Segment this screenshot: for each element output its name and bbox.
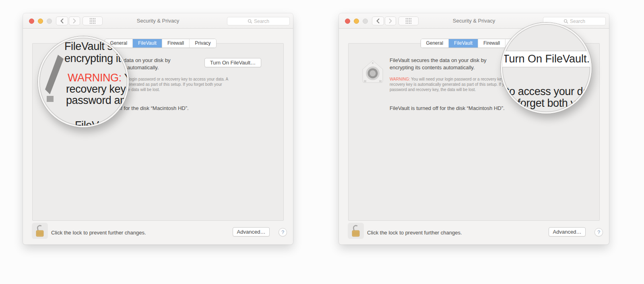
filevault-description: FileVault secures the data on your disk … [390, 57, 486, 71]
lock-button[interactable] [32, 223, 48, 239]
filevault-status: FileVault is turned off for the disk “Ma… [390, 105, 505, 111]
tab-bar: General FileVault Firewall Privacy [104, 39, 216, 48]
search-placeholder: Search [570, 19, 585, 24]
search-input[interactable]: Search [227, 17, 290, 25]
turn-on-filevault-button[interactable]: Turn On FileVault… [204, 58, 261, 67]
tab-filevault[interactable]: FileVault [449, 39, 478, 48]
warning-label: WARNING: [390, 77, 410, 81]
magnifier-loupe-right: Turn On FileVault... to access your data… [501, 23, 592, 114]
lock-hint-text: Click the lock to prevent further change… [51, 230, 146, 236]
help-button[interactable]: ? [594, 228, 603, 236]
magnified-text: FileVault s [64, 40, 113, 53]
magnifier-loupe-left: FileVault s encrypting it WARNING: You w… [38, 36, 129, 127]
loupe-content: FileVault s encrypting it WARNING: You w… [39, 38, 127, 126]
search-placeholder: Search [254, 19, 269, 24]
lock-hint-text: Click the lock to prevent further change… [367, 230, 462, 236]
magnified-turn-on-filevault-button: Turn On FileVault... [502, 51, 590, 67]
lock-button[interactable] [348, 223, 364, 239]
title-bar[interactable]: Security & Privacy Search [339, 13, 609, 29]
magnified-warning-text: WARNING: You w [68, 72, 127, 84]
tab-filevault[interactable]: FileVault [133, 39, 162, 48]
tab-firewall[interactable]: Firewall [162, 39, 190, 48]
open-padlock-icon [348, 223, 364, 239]
magnified-text: recovery key is a [66, 83, 127, 95]
filevault-icon [360, 58, 385, 85]
magnified-text: to access your data. [506, 85, 590, 98]
tab-privacy[interactable]: Privacy [190, 39, 216, 48]
help-button[interactable]: ? [279, 228, 287, 236]
magnified-text: encrypting it [64, 52, 121, 65]
open-padlock-icon [32, 223, 48, 239]
search-icon [564, 19, 568, 24]
magnified-text: password and re [66, 94, 127, 107]
tab-general[interactable]: General [421, 39, 449, 48]
title-bar[interactable]: Security & Privacy Search [23, 13, 293, 29]
loupe-content: Turn On FileVault... to access your data… [502, 24, 590, 112]
tab-firewall[interactable]: Firewall [478, 39, 506, 48]
advanced-button[interactable]: Advanced… [233, 227, 270, 236]
advanced-button[interactable]: Advanced… [549, 227, 586, 236]
search-icon [248, 19, 252, 24]
